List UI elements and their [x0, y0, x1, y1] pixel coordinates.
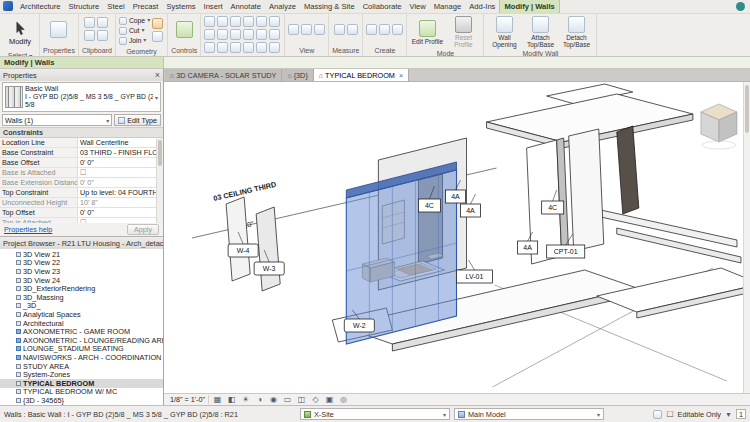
delete-icon[interactable] [217, 42, 228, 53]
browser-item[interactable]: NAVISWORKS - ARCH - COORDINATION [0, 353, 163, 362]
keynote-tag-4c[interactable]: 4C [542, 201, 564, 214]
ribbon-tab[interactable]: Steel [103, 0, 128, 13]
property-value[interactable]: Wall Centerline [78, 138, 156, 147]
show-crop-icon[interactable]: ◫ [296, 394, 307, 405]
keynote-tag-4a[interactable]: 4A [445, 190, 465, 203]
browser-item[interactable]: {3D - 34565} [0, 396, 163, 405]
property-value[interactable]: Up to level: 04 FOURTH [78, 188, 156, 197]
properties-help-link[interactable]: Properties help [4, 225, 52, 234]
property-value[interactable]: 0' 0" [78, 158, 156, 167]
property-value[interactable]: 0' 0" [78, 208, 156, 217]
activate-controls-icon[interactable] [176, 21, 193, 38]
property-row[interactable]: Base Offset 0' 0" [0, 158, 156, 168]
ribbon-tab[interactable]: Systems [162, 0, 199, 13]
keynote-tag-4c[interactable]: 4C [418, 199, 440, 212]
app-menu-icon[interactable] [3, 1, 13, 11]
property-row[interactable]: Unconnected Height 10' 8" [0, 198, 156, 208]
browser-item[interactable]: 3D_Massing [0, 293, 163, 302]
apply-button[interactable]: Apply [127, 224, 159, 235]
displace-icon[interactable] [301, 24, 312, 35]
canvas-scrollbar[interactable] [743, 82, 750, 393]
browser-item[interactable]: Analytical Spaces [0, 310, 163, 319]
browser-item[interactable]: Architectural [0, 319, 163, 328]
paint-icon[interactable] [152, 18, 163, 29]
keynote-tag-4a[interactable]: 4A [518, 241, 538, 254]
sun-path-icon[interactable]: ☀ [240, 394, 251, 405]
workset-selector[interactable]: X-Site ▾ [300, 408, 450, 420]
selection-box-icon[interactable] [288, 24, 299, 35]
viewcube[interactable] [701, 104, 737, 149]
constraints-group-header[interactable]: Constraints [0, 127, 163, 138]
copy-icon[interactable] [256, 16, 267, 27]
tab-close-icon[interactable]: × [399, 71, 403, 80]
view-tab[interactable]: ⌂ {3D} × [282, 69, 313, 81]
property-row[interactable]: Base is Attached ☐ [0, 168, 156, 178]
detail-level-icon[interactable]: ▦ [212, 394, 223, 405]
join-icon[interactable] [230, 42, 241, 53]
info-icon[interactable] [736, 2, 745, 11]
match-properties-icon[interactable] [269, 42, 280, 53]
mirror-icon[interactable] [230, 16, 241, 27]
join-button[interactable]: Join▾ [119, 36, 150, 45]
editable-only-checkbox[interactable]: ☐ [666, 410, 673, 419]
hide-icon[interactable] [314, 24, 325, 35]
unpin-icon[interactable] [204, 42, 215, 53]
edit-profile-button[interactable]: Edit Profile [410, 20, 444, 45]
property-value[interactable]: 03 THIRD - FINISH FLOOR [78, 148, 156, 157]
view-tab[interactable]: ⌂ TYPICAL BEDROOM × [314, 69, 409, 81]
browser-item[interactable]: AXONOMETRIC - LOUNGE/READING ARE [0, 336, 163, 345]
model-view[interactable]: 03 CEILING THIRD 33' - 10" [164, 82, 750, 393]
scale-control[interactable]: 1/8" = 1'-0" [167, 395, 209, 404]
browser-item[interactable]: _3D_ [0, 302, 163, 311]
view-tab[interactable]: ⌂ 3D CAMERA - SOLAR STUDY × [165, 69, 282, 81]
dimension-icon[interactable] [347, 24, 358, 35]
element-filter-dropdown[interactable]: Walls (1)▾ [2, 114, 112, 126]
ribbon-tab[interactable]: Annotate [227, 0, 265, 13]
ribbon-tab[interactable]: Massing & Site [300, 0, 359, 13]
create-similar-icon[interactable] [379, 24, 390, 35]
scale-icon[interactable] [256, 29, 267, 40]
property-value[interactable]: ☐ [78, 168, 156, 177]
visual-style-icon[interactable]: ◧ [226, 394, 237, 405]
detach-top-base-button[interactable]: Detach Top/Base [559, 16, 593, 48]
ribbon-tab[interactable]: Insert [200, 0, 227, 13]
browser-item[interactable]: System-Zones [0, 370, 163, 379]
extend-icon[interactable] [217, 29, 228, 40]
copy-to-clipboard-icon[interactable] [97, 17, 108, 28]
browser-item[interactable]: 3D View 23 [0, 267, 163, 276]
properties-scrollbar[interactable] [156, 139, 163, 223]
model-3d[interactable] [226, 84, 750, 351]
browser-item[interactable]: AXONOMETRIC - GAME ROOM [0, 327, 163, 336]
material-tag-cpt[interactable]: CPT-01 [547, 245, 585, 258]
browser-item[interactable]: LOUNGE_STADIUM SEATING [0, 345, 163, 354]
property-row[interactable]: Top Constraint Up to level: 04 FOURTH [0, 188, 156, 198]
rendering-icon[interactable]: ◉ [268, 394, 279, 405]
wall-tag-w2[interactable]: W-2 [344, 319, 374, 332]
keynote-tag-4a[interactable]: 4A [461, 204, 481, 217]
material-tag-lv[interactable]: LV-01 [456, 270, 492, 283]
ribbon-tab[interactable]: View [405, 0, 429, 13]
ribbon-tab[interactable]: Analyze [265, 0, 300, 13]
browser-item[interactable]: TYPICAL BEDROOM W/ MC [0, 388, 163, 397]
wall-tag-w4[interactable]: W-4 [228, 244, 258, 257]
browser-item[interactable]: 3D View 24 [0, 276, 163, 285]
paste-icon[interactable] [84, 17, 95, 28]
modify-button[interactable]: Modify [4, 16, 36, 50]
property-row[interactable]: Top Offset 0' 0" [0, 208, 156, 218]
cope-button[interactable]: Cope▾ [119, 16, 150, 25]
reset-profile-button[interactable]: Reset Profile [446, 16, 480, 48]
property-row[interactable]: Base Extension Distance 0' 0" [0, 178, 156, 188]
browser-item[interactable]: 3D View 22 [0, 259, 163, 268]
trim-icon[interactable] [204, 29, 215, 40]
type-selector[interactable]: Basic Wall I - GYP BD (2)5/8 _ MS 3 5/8 … [2, 82, 161, 112]
browser-item[interactable]: 3D View 21 [0, 250, 163, 259]
reveal-hidden-icon[interactable]: ◎ [338, 394, 349, 405]
property-row[interactable]: Location Line Wall Centerline [0, 138, 156, 148]
unlock-view-icon[interactable]: ◇ [310, 394, 321, 405]
ribbon-tab[interactable]: Manage [430, 0, 465, 13]
crop-view-icon[interactable]: ▭ [282, 394, 293, 405]
filter-icon[interactable]: ▼ [725, 411, 732, 418]
selected-wall[interactable] [346, 162, 456, 344]
property-value[interactable]: 10' 8" [78, 198, 156, 207]
ribbon-tab[interactable]: Precast [129, 0, 163, 13]
